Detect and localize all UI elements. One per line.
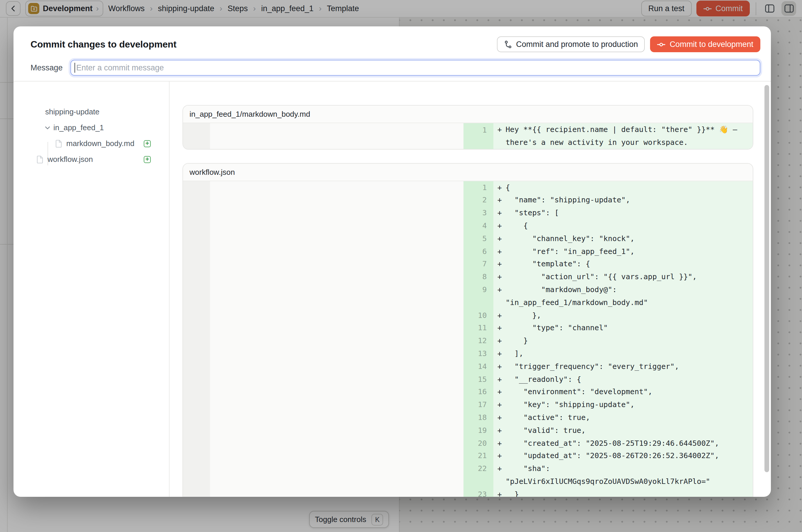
- added-line-code: }: [505, 488, 753, 497]
- old-line-content: [210, 450, 463, 462]
- old-line-gutter: [183, 232, 210, 245]
- old-line-gutter: [183, 123, 210, 149]
- new-line-number: 10: [463, 309, 493, 322]
- commit-to-development-button[interactable]: Commit to development: [650, 36, 760, 52]
- new-line-number: 18: [463, 411, 493, 424]
- added-line-marker: +: [493, 411, 505, 424]
- added-line-marker: +: [493, 373, 505, 386]
- added-line-marker: +: [493, 347, 505, 360]
- new-line-number: 12: [463, 334, 493, 347]
- old-line-gutter: [183, 181, 210, 194]
- added-line-marker: +: [493, 360, 505, 373]
- old-line-content: [210, 194, 463, 207]
- added-line-marker: +: [493, 488, 505, 497]
- added-line-code: "sha": "pJeLVir6xIlUCMGqs9qroZoUAVDSwA0y…: [505, 462, 753, 488]
- diff-line: 14+ "trigger_frequency": "every_trigger"…: [183, 360, 753, 373]
- viewport: Development › Workflows›shipping-update›…: [0, 0, 802, 532]
- added-line-code: "valid": true,: [505, 424, 753, 437]
- commit-message-input[interactable]: [70, 60, 760, 76]
- commit-dialog: Commit changes to development Commit and…: [14, 26, 771, 497]
- old-line-gutter: [183, 309, 210, 322]
- added-line-code: "steps": [: [505, 207, 753, 220]
- added-line-code: "markdown_body@": "in_app_feed_1/markdow…: [505, 283, 753, 309]
- added-line-marker: +: [493, 309, 505, 322]
- promote-icon: [504, 40, 512, 49]
- old-line-content: [210, 488, 463, 497]
- added-line-code: {: [505, 181, 753, 194]
- old-line-content: [210, 309, 463, 322]
- diff-line: 15+ "__readonly": {: [183, 373, 753, 386]
- added-line-code: "type": "channel": [505, 322, 753, 335]
- diff-line: 11+ "type": "channel": [183, 322, 753, 335]
- added-line-code: Hey **{{ recipient.name | default: "ther…: [505, 123, 753, 149]
- file-icon: [55, 139, 62, 148]
- new-line-number: 15: [463, 373, 493, 386]
- commit-and-promote-button[interactable]: Commit and promote to production: [497, 36, 645, 52]
- diff-line: 10+ },: [183, 309, 753, 322]
- added-line-marker: +: [493, 181, 505, 194]
- diff-file-name: in_app_feed_1/markdown_body.md: [183, 106, 753, 123]
- added-line-code: "name": "shipping-update",: [505, 194, 753, 207]
- new-line-number: 7: [463, 258, 493, 271]
- added-line-code: ],: [505, 347, 753, 360]
- old-line-content: [210, 207, 463, 220]
- diff-line: 23+ }: [183, 488, 753, 497]
- added-line-marker: +: [493, 386, 505, 399]
- added-line-marker: +: [493, 207, 505, 220]
- tree-item-workflow-root[interactable]: shipping-update: [14, 104, 169, 120]
- old-line-content: [210, 360, 463, 373]
- message-label: Message: [31, 63, 70, 72]
- diff-line: 16+ "environment": "development",: [183, 386, 753, 399]
- old-line-gutter: [183, 437, 210, 450]
- new-line-number: 1: [463, 181, 493, 194]
- diff-line: 1+{: [183, 181, 753, 194]
- old-line-gutter: [183, 386, 210, 399]
- added-line-marker: +: [493, 462, 505, 488]
- tree-item-step-group[interactable]: in_app_feed_1: [14, 120, 169, 135]
- new-line-number: 2: [463, 194, 493, 207]
- added-line-marker: +: [493, 232, 505, 245]
- old-line-gutter: [183, 360, 210, 373]
- new-line-number: 16: [463, 386, 493, 399]
- added-line-marker: +: [493, 398, 505, 411]
- old-line-content: [210, 462, 463, 488]
- added-line-marker: +: [493, 258, 505, 271]
- added-line-code: "updated_at": "2025-08-26T20:26:52.36400…: [505, 450, 753, 462]
- added-file-badge: +: [144, 140, 151, 147]
- diff-line: 9+ "markdown_body@": "in_app_feed_1/mark…: [183, 283, 753, 309]
- old-line-gutter: [183, 334, 210, 347]
- diff-line: 21+ "updated_at": "2025-08-26T20:26:52.3…: [183, 450, 753, 462]
- old-line-gutter: [183, 347, 210, 360]
- diff-line: 2+ "name": "shipping-update",: [183, 194, 753, 207]
- added-line-code: "active": true,: [505, 411, 753, 424]
- tree-item-workflow-json[interactable]: workflow.json +: [14, 151, 169, 167]
- diff-line: 18+ "active": true,: [183, 411, 753, 424]
- chevron-down-icon: [44, 125, 51, 131]
- tree-item-markdown-body[interactable]: markdown_body.md +: [14, 135, 169, 151]
- added-line-code: },: [505, 309, 753, 322]
- added-file-badge: +: [144, 156, 151, 163]
- diff-line: 12+ }: [183, 334, 753, 347]
- modal-scrollbar-thumb[interactable]: [764, 85, 769, 472]
- old-line-content: [210, 232, 463, 245]
- old-line-content: [210, 123, 463, 149]
- new-line-number: 13: [463, 347, 493, 360]
- old-line-gutter: [183, 220, 210, 232]
- old-line-content: [210, 437, 463, 450]
- new-line-number: 17: [463, 398, 493, 411]
- diff-scroll-area[interactable]: in_app_feed_1/markdown_body.md 1+Hey **{…: [170, 81, 771, 497]
- old-line-content: [210, 424, 463, 437]
- added-line-marker: +: [493, 450, 505, 462]
- dialog-title: Commit changes to development: [31, 39, 497, 50]
- text-caret: [75, 63, 75, 73]
- diff-line: 22+ "sha": "pJeLVir6xIlUCMGqs9qroZoUAVDS…: [183, 462, 753, 488]
- diff-line: 4+ {: [183, 220, 753, 232]
- old-line-gutter: [183, 245, 210, 258]
- old-line-gutter: [183, 488, 210, 497]
- new-line-number: 1: [463, 123, 493, 149]
- old-line-content: [210, 258, 463, 271]
- new-line-number: 22: [463, 462, 493, 488]
- old-line-gutter: [183, 424, 210, 437]
- old-line-gutter: [183, 322, 210, 335]
- diff-line: 1+Hey **{{ recipient.name | default: "th…: [183, 123, 753, 149]
